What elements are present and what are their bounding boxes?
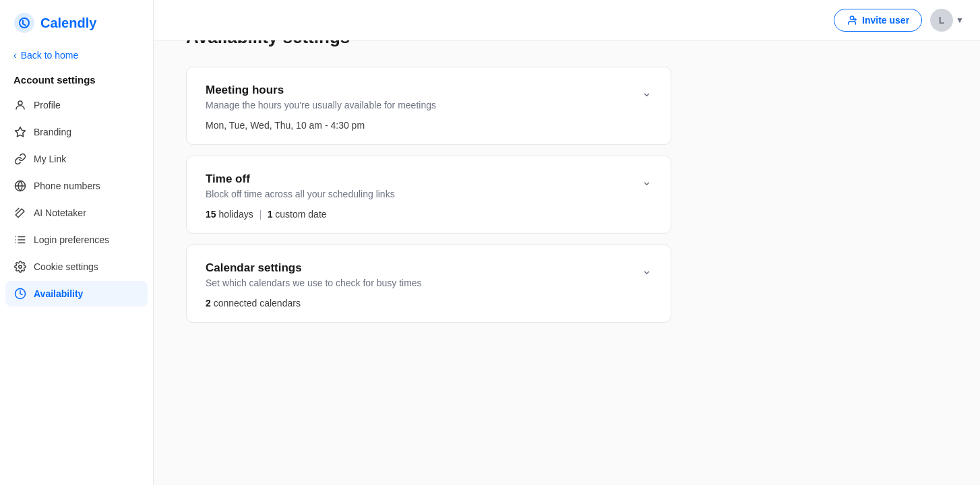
user-menu[interactable]: L ▼ <box>930 9 964 32</box>
back-chevron-icon: ‹ <box>13 50 17 61</box>
meeting-hours-title: Meeting hours <box>206 84 436 97</box>
sidebar-item-login-preferences[interactable]: Login preferences <box>5 227 148 253</box>
meeting-hours-header: Meeting hours Manage the hours you're us… <box>206 84 652 110</box>
sidebar-item-profile[interactable]: Profile <box>5 92 148 118</box>
meeting-hours-card[interactable]: Meeting hours Manage the hours you're us… <box>186 67 671 145</box>
calendar-settings-header: Calendar settings Set which calendars we… <box>206 261 652 288</box>
sidebar-item-my-link[interactable]: My Link <box>5 146 148 172</box>
invite-icon <box>847 15 857 26</box>
user-avatar[interactable]: L <box>930 9 953 32</box>
list-icon <box>13 233 27 247</box>
back-to-home-link[interactable]: ‹ Back to home <box>0 44 153 69</box>
user-dropdown-arrow-icon: ▼ <box>956 15 964 25</box>
calendar-settings-text: Calendar settings Set which calendars we… <box>206 261 422 288</box>
holidays-count: 15 <box>206 209 216 220</box>
logo-area: Calendly <box>0 0 153 44</box>
connected-calendars-count: 2 <box>206 298 211 309</box>
time-off-text: Time off Block off time across all your … <box>206 172 395 199</box>
topbar: Invite user L ▼ <box>154 0 980 40</box>
calendar-settings-subtitle: Set which calendars we use to check for … <box>206 278 422 288</box>
calendar-settings-detail: 2 connected calendars <box>206 298 652 309</box>
sidebar-item-login-preferences-label: Login preferences <box>34 234 109 245</box>
star-icon <box>13 125 27 139</box>
time-off-header: Time off Block off time across all your … <box>206 172 652 199</box>
svg-point-0 <box>14 13 34 33</box>
svg-point-13 <box>850 16 853 20</box>
meeting-hours-text: Meeting hours Manage the hours you're us… <box>206 84 436 110</box>
main-content: Availability settings Meeting hours Mana… <box>154 0 980 485</box>
svg-marker-2 <box>16 127 26 137</box>
sidebar-nav: Profile Branding My Link Phone numbers A <box>0 92 153 306</box>
globe-icon <box>13 179 27 193</box>
sidebar-item-phone-numbers-label: Phone numbers <box>34 181 100 191</box>
sidebar: Calendly ‹ Back to home Account settings… <box>0 0 154 485</box>
calendar-settings-title: Calendar settings <box>206 261 422 275</box>
time-off-chevron-icon[interactable]: ⌄ <box>642 174 652 189</box>
custom-date-count: 1 <box>268 209 273 220</box>
calendly-logo-icon <box>13 12 35 34</box>
meeting-hours-detail: Mon, Tue, Wed, Thu, 10 am - 4:30 pm <box>206 120 652 131</box>
sidebar-item-profile-label: Profile <box>34 100 61 110</box>
meeting-hours-chevron-icon[interactable]: ⌄ <box>642 85 652 100</box>
sidebar-item-phone-numbers[interactable]: Phone numbers <box>5 173 148 199</box>
svg-point-11 <box>19 265 22 269</box>
wand-icon <box>13 206 27 220</box>
detail-separator <box>260 210 261 220</box>
time-off-card[interactable]: Time off Block off time across all your … <box>186 156 671 234</box>
gear-icon <box>13 260 27 273</box>
sidebar-item-availability[interactable]: Availability <box>5 281 148 306</box>
sidebar-item-ai-notetaker[interactable]: AI Notetaker <box>5 200 148 226</box>
sidebar-item-cookie-settings-label: Cookie settings <box>34 261 98 272</box>
calendar-settings-card[interactable]: Calendar settings Set which calendars we… <box>186 245 671 323</box>
invite-user-button[interactable]: Invite user <box>834 9 922 32</box>
link-icon <box>13 152 27 166</box>
time-off-title: Time off <box>206 172 395 186</box>
clock-icon <box>13 287 27 300</box>
connected-calendars-label: connected calendars <box>214 298 301 309</box>
holidays-label: holidays <box>218 209 253 220</box>
sidebar-item-ai-notetaker-label: AI Notetaker <box>34 207 86 218</box>
logo-text: Calendly <box>40 15 96 31</box>
time-off-subtitle: Block off time across all your schedulin… <box>206 189 395 199</box>
sidebar-item-branding-label: Branding <box>34 127 71 137</box>
sidebar-item-my-link-label: My Link <box>34 154 66 164</box>
person-icon <box>13 98 27 112</box>
meeting-hours-subtitle: Manage the hours you're usually availabl… <box>206 100 436 110</box>
sidebar-item-branding[interactable]: Branding <box>5 119 148 145</box>
custom-date-label: custom date <box>275 209 326 220</box>
calendar-settings-chevron-icon[interactable]: ⌄ <box>642 263 652 278</box>
invite-user-label: Invite user <box>862 15 909 26</box>
back-label: Back to home <box>21 50 79 61</box>
user-initial: L <box>939 15 945 26</box>
time-off-detail: 15 holidays 1 custom date <box>206 209 652 220</box>
sidebar-item-cookie-settings[interactable]: Cookie settings <box>5 254 148 280</box>
svg-point-1 <box>18 101 22 105</box>
sidebar-item-availability-label: Availability <box>34 288 83 299</box>
account-settings-title: Account settings <box>0 69 153 92</box>
